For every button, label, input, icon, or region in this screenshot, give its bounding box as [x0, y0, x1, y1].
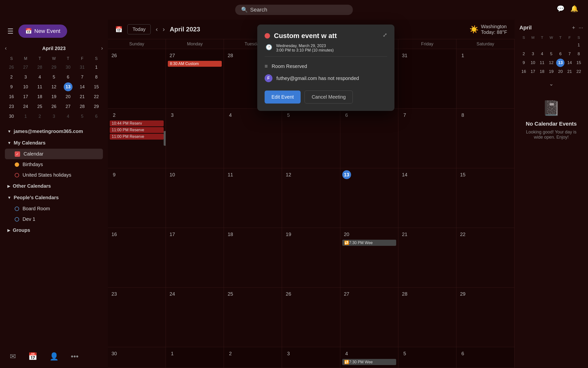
right-mini-day[interactable]: 10 [529, 59, 537, 67]
mini-cal-next-button[interactable]: › [101, 45, 103, 52]
next-month-button[interactable]: › [163, 26, 165, 33]
sidebar-item-birthdays[interactable]: Birthdays [5, 159, 103, 170]
cal-cell[interactable]: 13 [340, 168, 398, 228]
my-calendars-header[interactable]: ▼ My Calendars [5, 137, 103, 149]
mini-cal-day[interactable]: 25 [35, 102, 44, 111]
sidebar-item-us-holidays[interactable]: United States holidays [5, 170, 103, 180]
right-mini-day[interactable]: 13 [556, 59, 564, 67]
show-more-button[interactable]: ⌄ [519, 81, 583, 87]
cal-cell[interactable]: 29 [456, 288, 514, 347]
cal-cell[interactable]: 4🔁7:30 PM Wee [340, 347, 398, 368]
right-mini-day[interactable]: 18 [538, 67, 546, 76]
account-header[interactable]: ▼ james@meetingroom365.com [5, 126, 103, 137]
cal-cell[interactable]: 8 [456, 109, 514, 168]
cal-cell[interactable]: 22 [456, 228, 514, 288]
mini-cal-day[interactable]: 6 [92, 112, 101, 121]
mini-cal-day[interactable]: 1 [21, 112, 30, 121]
right-mini-day[interactable]: 20 [556, 67, 564, 76]
cal-cell[interactable]: 18 [224, 228, 282, 288]
mail-icon[interactable]: ✉ [10, 352, 16, 361]
cal-cell[interactable]: 5 [282, 109, 340, 168]
cal-cell[interactable]: 26 [282, 288, 340, 347]
mini-cal-day[interactable]: 10 [21, 82, 30, 91]
cal-cell[interactable]: 14 [398, 168, 456, 228]
mini-cal-day[interactable]: 29 [92, 102, 101, 111]
mini-cal-day[interactable]: 21 [78, 92, 86, 101]
cal-cell[interactable]: 26 [108, 49, 166, 109]
mini-cal-day[interactable]: 31 [78, 63, 86, 72]
cal-cell[interactable]: 23 [108, 288, 166, 347]
right-mini-day[interactable]: 19 [547, 67, 555, 76]
cal-cell[interactable]: 4 [224, 109, 282, 168]
prev-month-button[interactable]: ‹ [156, 26, 158, 33]
right-mini-day[interactable]: 17 [529, 67, 537, 76]
more-options-icon[interactable]: ••• [71, 352, 79, 361]
mini-cal-day[interactable]: 29 [49, 63, 58, 72]
groups-header[interactable]: ▶ Groups [5, 224, 103, 236]
mini-cal-day[interactable]: 3 [49, 112, 58, 121]
cal-cell[interactable]: 31 [398, 49, 456, 109]
chevron-down-icon[interactable]: ⌄ [549, 81, 553, 87]
mini-cal-day[interactable]: 19 [49, 92, 58, 101]
mini-cal-day[interactable]: 5 [49, 73, 58, 81]
event-chip[interactable]: 11:00 PM Reserve [110, 134, 164, 140]
right-panel-add-button[interactable]: + [572, 25, 575, 31]
calendar-nav-icon[interactable]: 📅 [28, 352, 37, 361]
mini-cal-day[interactable]: 16 [7, 92, 16, 101]
cal-cell[interactable]: 30 [108, 347, 166, 368]
cancel-meeting-button[interactable]: Cancel Meeting [305, 91, 353, 104]
cal-cell[interactable]: 17 [166, 228, 224, 288]
mini-cal-day[interactable]: 28 [78, 102, 86, 111]
mini-cal-day[interactable]: 14 [78, 82, 86, 91]
cal-cell[interactable]: 1 [166, 347, 224, 368]
search-box[interactable]: 🔍 Search [235, 5, 353, 15]
mini-cal-day[interactable]: 27 [64, 102, 73, 111]
mini-cal-day[interactable]: 2 [7, 73, 16, 81]
mini-cal-day[interactable]: 30 [7, 112, 16, 121]
right-mini-day[interactable]: 12 [547, 59, 555, 67]
right-mini-day[interactable]: 5 [547, 50, 555, 58]
right-panel-more-button[interactable]: ··· [579, 25, 583, 31]
right-mini-day[interactable]: 6 [556, 50, 564, 58]
mini-cal-day[interactable]: 22 [92, 92, 101, 101]
mini-cal-day[interactable]: 30 [64, 63, 73, 72]
mini-cal-day[interactable]: 26 [49, 102, 58, 111]
mini-cal-day[interactable]: 15 [92, 82, 101, 91]
mini-cal-day[interactable]: 12 [49, 82, 58, 91]
mini-cal-day[interactable]: 4 [35, 73, 44, 81]
mini-cal-day[interactable]: 6 [64, 73, 73, 81]
cal-cell[interactable]: 16 [108, 228, 166, 288]
cal-cell[interactable]: 210:44 PM Reserv11:00 PM Reserve11:00 PM… [108, 109, 166, 168]
cal-cell[interactable]: 24 [166, 288, 224, 347]
cal-cell[interactable]: 1 [456, 49, 514, 109]
notification-icon[interactable]: 🔔 [570, 5, 578, 13]
right-mini-day[interactable]: 9 [520, 59, 528, 67]
today-button[interactable]: Today [127, 24, 151, 34]
cal-cell[interactable]: 6 [340, 109, 398, 168]
edit-event-button[interactable]: Edit Event [265, 91, 301, 104]
mini-cal-day[interactable]: 23 [7, 102, 16, 111]
event-chip[interactable]: 🔁7:30 PM Wee [342, 240, 396, 246]
event-chip[interactable]: 8:30 AM Custom [168, 61, 222, 67]
right-mini-day[interactable]: 22 [575, 67, 583, 76]
cal-cell[interactable]: 3 [166, 109, 224, 168]
cal-cell[interactable]: 28 [398, 288, 456, 347]
cal-cell[interactable]: 27 [340, 288, 398, 347]
cal-cell[interactable]: 10 [166, 168, 224, 228]
person-icon[interactable]: 👤 [49, 352, 59, 361]
mini-cal-day[interactable]: 1 [92, 63, 101, 72]
cal-cell[interactable]: 21 [398, 228, 456, 288]
peoples-calendars-header[interactable]: ▼ People's Calendars [5, 192, 103, 203]
new-event-button[interactable]: 📅 New Event [18, 25, 67, 38]
right-mini-day[interactable]: 21 [565, 67, 574, 76]
cal-cell[interactable]: 7 [398, 109, 456, 168]
right-mini-day[interactable]: 3 [529, 50, 537, 58]
mini-cal-day[interactable]: 24 [21, 102, 30, 111]
cal-cell[interactable]: 278:30 AM Custom [166, 49, 224, 109]
cal-cell[interactable]: 9 [108, 168, 166, 228]
mini-cal-prev-button[interactable]: ‹ [5, 45, 7, 52]
mini-cal-day[interactable]: 17 [21, 92, 30, 101]
cal-cell[interactable]: 19 [282, 228, 340, 288]
sidebar-item-boardroom[interactable]: Board Room [5, 203, 103, 214]
cal-cell[interactable]: 15 [456, 168, 514, 228]
